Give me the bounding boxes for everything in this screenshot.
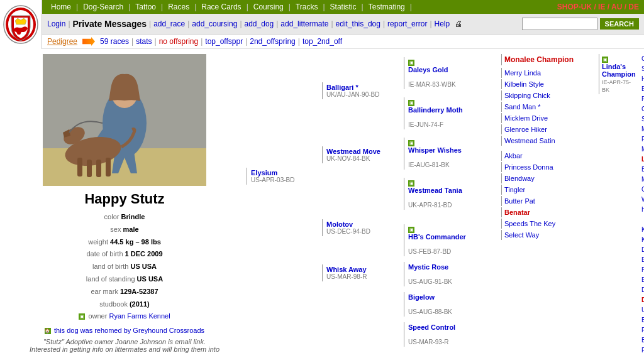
ped-princess-donna[interactable]: Princess Donna (504, 163, 553, 171)
ped-kilbelin-style[interactable]: Kilbelin Style (504, 80, 544, 88)
ped-select-way[interactable]: Select Way (504, 231, 539, 239)
birth-land-label: land of birth (92, 263, 128, 270)
login-link[interactable]: Login (47, 19, 65, 28)
shop-links[interactable]: SHOP-UK / IE / AU / DE (557, 3, 639, 11)
ped-ballinderry-reg: IE-JUN-74-F (408, 121, 495, 128)
anc-butter[interactable]: Butter (641, 315, 644, 325)
ped-benatar[interactable]: Benatar (504, 209, 530, 216)
ped-daleys-gold-reg: IE-MAR-83-WBK (408, 81, 495, 88)
anc-mayfield-chick[interactable]: Mayfield Chick (641, 124, 644, 134)
anc-sheila-at-last[interactable]: Sheila At Last (641, 64, 644, 74)
ped-speed-control[interactable]: Speed Control US-MAR-93-R (404, 322, 499, 347)
nav-races[interactable]: Races (164, 3, 193, 11)
nav-tracks[interactable]: Tracks (292, 3, 322, 11)
add-coursing-link[interactable]: add_coursing (192, 19, 237, 28)
site-logo (3, 4, 39, 45)
ancestor-group-1: Crazy Parachute Sheila At Last Hack Up F… (641, 54, 644, 215)
anc-miss-gorgeous[interactable]: Miss Gorgeous (641, 144, 644, 155)
anc-skipping-tim[interactable]: Skipping Tim (641, 114, 644, 124)
ped-butter-pat[interactable]: Butter Pat (504, 197, 535, 205)
nav-dog-search[interactable]: Dog-Search (79, 3, 127, 11)
ped-ballinderry-moth[interactable]: ▣ Ballinderry Moth IE-JUN-74-F (404, 97, 499, 129)
ped-westmead-tania[interactable]: ▣ Westmead Tania UK-APR-81-BD (404, 178, 499, 210)
add-littermate-link[interactable]: add_littermate (280, 19, 328, 28)
ped-whisper-wishes[interactable]: ▣ Whisper Wishes IE-AUG-81-BK (404, 138, 499, 170)
birth-land-value: US USA (130, 263, 157, 270)
ped-monalee-champion[interactable]: Monalee Champion (504, 55, 574, 64)
daleys-gold-icon: ▣ (408, 60, 414, 66)
anc-firelite[interactable]: Firelite (641, 325, 644, 335)
pedigree-link[interactable]: Pedigree (47, 37, 77, 46)
nav-testmating[interactable]: Testmating (365, 3, 409, 11)
ped-elysium[interactable]: Elysium US-APR-03-BD (247, 168, 319, 185)
ancestor-group-2: Kelton Keen Girl Downing Broxsie Perceiv… (641, 225, 644, 353)
ped-micklem-drive[interactable]: Micklem Drive (504, 114, 548, 122)
anc-lively-band[interactable]: Lively Band * (641, 155, 644, 165)
ped-hb-commander[interactable]: ▣ HB's Commander US-FEB-87-BD (404, 224, 499, 256)
nav-race-cards[interactable]: Race Cards (197, 3, 245, 11)
anc-westmead-lane[interactable]: Westmead Lane (641, 195, 644, 205)
ped-whisk-away[interactable]: Whisk Away US-MAR-98-R (322, 264, 401, 281)
anc-devious-lady[interactable]: Devious Lady (641, 295, 644, 305)
help-link[interactable]: Help (435, 19, 450, 28)
anc-pks-jet[interactable]: PK's Jet (641, 345, 644, 353)
ped-tingler[interactable]: Tingler (504, 186, 525, 193)
ped-skipping-chick[interactable]: Skipping Chick (504, 92, 550, 99)
anc-monalee-hiker[interactable]: Monalee Hiker (641, 175, 644, 185)
ped-glenroe-hiker[interactable]: Glenroe Hiker (504, 126, 547, 133)
ped-merry-linda[interactable]: Merry Linda (504, 69, 541, 77)
ped-sand-man[interactable]: Sand Man * (504, 103, 540, 111)
top-offsppr-link[interactable]: top_offsppr (205, 37, 243, 46)
top-navigation: Home | Dog-Search | Tattoo | Races | Rac… (42, 0, 644, 14)
anc-downing[interactable]: Downing (641, 245, 644, 255)
anc-hack-up-fenian[interactable]: Hack Up Fenian (641, 74, 644, 84)
anc-hacksaw[interactable]: Hacksaw (641, 205, 644, 215)
nav-tattoo[interactable]: Tattoo (131, 3, 160, 11)
svg-rect-10 (87, 160, 92, 177)
add-dog-link[interactable]: add_dog (245, 19, 274, 28)
stats-link[interactable]: stats (136, 37, 152, 46)
search-input[interactable] (522, 18, 597, 30)
anc-bright-chance[interactable]: Bright Chance (641, 84, 644, 94)
anc-keen-girl[interactable]: Keen Girl (641, 235, 644, 245)
owner-link[interactable]: Ryan Farms Kennel (109, 312, 170, 320)
search-button[interactable]: SEARCH (600, 18, 639, 30)
anc-crazy-parachute[interactable]: Crazy Parachute (641, 54, 644, 64)
ballinderry-icon: ▣ (408, 100, 414, 106)
ped-balligari[interactable]: Balligari * UK/AU-JAN-90-BD (322, 82, 401, 99)
ped-blendway[interactable]: Blendway (504, 175, 535, 182)
races-link[interactable]: 59 races (100, 37, 129, 46)
anc-back-othe-gap[interactable]: Back O'the Gap (641, 165, 644, 175)
report-error-link[interactable]: report_error (387, 19, 427, 28)
ped-molotov[interactable]: Molotov US-DEC-94-BD (322, 219, 401, 236)
anc-broxsie[interactable]: Broxsie (641, 255, 644, 265)
anc-perceive[interactable]: Perceive (641, 265, 644, 275)
ped-daleys-gold[interactable]: ▣ Daleys Gold IE-MAR-83-WBK (404, 57, 499, 89)
anc-prairie-flash[interactable]: Prairie Flash (641, 94, 644, 104)
nav-coursing[interactable]: Coursing (250, 3, 287, 11)
anc-breda[interactable]: Breda (641, 335, 644, 345)
anc-clomoney-grand[interactable]: Clomoney Grand (641, 104, 644, 114)
anc-glenroe-dasher[interactable]: Glenroe Dasher (641, 185, 644, 195)
add-race-link[interactable]: add_race (153, 19, 185, 28)
rehomed-link[interactable]: this dog was rehomed by Greyhound Crossr… (54, 327, 204, 334)
ped-hb-commander-name: HB's Commander (408, 233, 495, 241)
private-messages-link[interactable]: Private Messages (73, 19, 147, 29)
nav-home[interactable]: Home (47, 3, 75, 11)
anc-dillard[interactable]: Dillard * (641, 285, 644, 295)
2nd-offspring-link[interactable]: 2nd_offspring (250, 37, 296, 46)
ped-speeds-the-key[interactable]: Speeds The Key (504, 220, 555, 227)
ped-bigelow[interactable]: Bigelow US-AUG-88-BK (404, 292, 499, 317)
edit-this-dog-link[interactable]: edit_this_dog (336, 19, 380, 28)
anc-unruly[interactable]: Unruly (641, 305, 644, 315)
ped-lindas-champion[interactable]: Linda's Champion (602, 63, 636, 78)
anc-buzz-off[interactable]: Buzz Off (641, 275, 644, 285)
ped-akbar[interactable]: Akbar (504, 152, 523, 160)
ped-mystic-rose[interactable]: Mystic Rose US-AUG-91-BK (404, 262, 499, 286)
nav-statistic[interactable]: Statistic (326, 3, 360, 11)
anc-kelton[interactable]: Kelton (641, 225, 644, 235)
anc-friend-westy[interactable]: Friend Westy (641, 134, 644, 144)
top-2nd-off-link[interactable]: top_2nd_off (303, 37, 342, 46)
ped-westmead-move[interactable]: Westmead Move UK-NOV-84-BK (322, 146, 401, 163)
ped-westmead-satin[interactable]: Westmead Satin (504, 137, 555, 144)
